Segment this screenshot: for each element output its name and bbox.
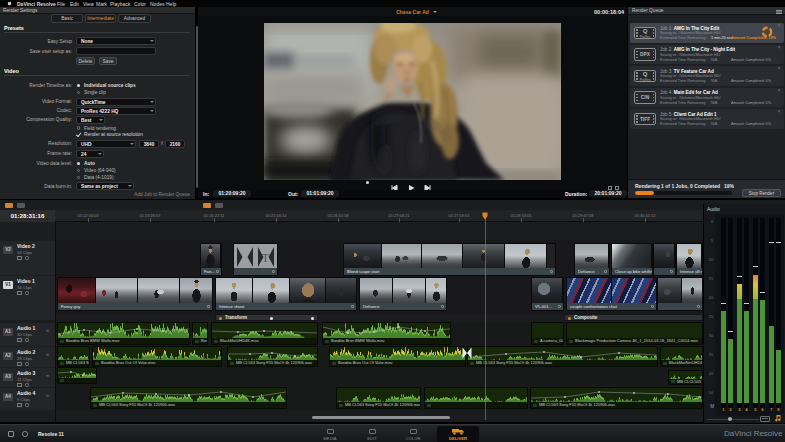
- svg-text:T: T: [262, 250, 270, 265]
